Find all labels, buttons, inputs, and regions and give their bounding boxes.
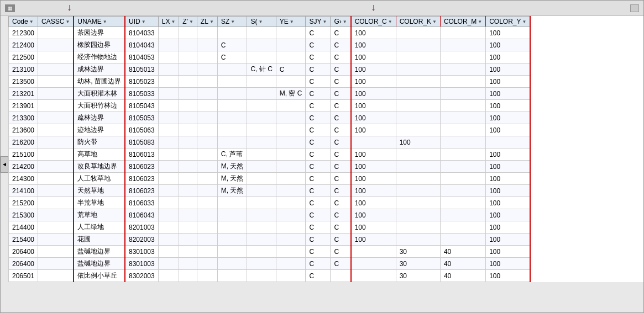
cell-color_k: 100 bbox=[396, 136, 440, 148]
table-row[interactable]: 212400橡胶园边界8104043CCC100100 bbox=[9, 39, 531, 51]
table-row[interactable]: 215300荒草地8106043CC100100 bbox=[9, 209, 531, 221]
table-row[interactable]: 206400盐碱地边界8301003CC3040100 bbox=[9, 258, 531, 270]
cell-z bbox=[179, 258, 197, 270]
sort-icon[interactable]: ▼ bbox=[343, 19, 347, 24]
table-row[interactable]: 215100高草地8106013C, 芦苇CC100100 bbox=[9, 148, 531, 161]
cell-uid: 8201003 bbox=[125, 221, 158, 234]
side-panel-toggle[interactable]: ◄ bbox=[1, 156, 8, 173]
sort-icon[interactable]: ▼ bbox=[65, 19, 70, 24]
col-header-z[interactable]: Z'▼ bbox=[179, 17, 197, 27]
col-header-color_m[interactable]: COLOR_M▼ bbox=[440, 17, 485, 27]
cell-uname: 幼林, 苗圃边界 bbox=[74, 76, 125, 88]
cell-color_m bbox=[440, 76, 485, 88]
cell-zl bbox=[197, 88, 217, 100]
cell-g: C bbox=[331, 100, 351, 112]
cell-uname: 人工绿地 bbox=[74, 221, 125, 234]
table-row[interactable]: 215200半荒草地8106033CC100100 bbox=[9, 197, 531, 209]
cell-color_y: 100 bbox=[486, 161, 531, 173]
cell-g: C bbox=[331, 27, 351, 39]
cell-g: C bbox=[331, 185, 351, 197]
col-header-cassc[interactable]: CASSC▼ bbox=[38, 17, 74, 27]
sort-icon[interactable]: ▼ bbox=[29, 19, 34, 24]
table-row[interactable]: 213201大面积灌木林8105033M, 密 CCC100100 bbox=[9, 88, 531, 100]
table-row[interactable]: 215400花圃8202003CC100100 bbox=[9, 234, 531, 246]
col-header-lx[interactable]: LX▼ bbox=[158, 17, 179, 27]
table-row[interactable]: 206400盐碱地边界8301003CC3040100 bbox=[9, 246, 531, 258]
cell-color_m bbox=[440, 148, 485, 161]
cell-sc: C, 针 C bbox=[247, 63, 276, 76]
sort-icon[interactable]: ▼ bbox=[432, 19, 437, 24]
table-row[interactable]: 212500经济作物地边8104053CCC100100 bbox=[9, 51, 531, 63]
sort-icon[interactable]: ▼ bbox=[189, 19, 193, 24]
table-row[interactable]: 214300人工牧草地8106023M, 天然CC100100 bbox=[9, 173, 531, 185]
col-header-ye[interactable]: YE▼ bbox=[276, 17, 306, 27]
cell-code: 213201 bbox=[9, 88, 38, 100]
col-header-color_k[interactable]: COLOR_K▼ bbox=[396, 17, 440, 27]
table-row[interactable]: 213300疏林边界8105053CC100100 bbox=[9, 112, 531, 124]
cell-z bbox=[179, 39, 197, 51]
sort-icon[interactable]: ▼ bbox=[478, 19, 482, 24]
cell-sz: C bbox=[217, 39, 247, 51]
cell-zl bbox=[197, 51, 217, 63]
col-header-sc[interactable]: S(▼ bbox=[247, 17, 276, 27]
sort-icon[interactable]: ▼ bbox=[171, 19, 175, 24]
cell-lx bbox=[158, 258, 179, 270]
table-row[interactable]: 206501依比例小草丘8302003C3040100 bbox=[9, 270, 531, 282]
cell-uid: 8106043 bbox=[125, 209, 158, 221]
cell-sz bbox=[217, 63, 247, 76]
cell-sc bbox=[247, 76, 276, 88]
cell-z bbox=[179, 246, 197, 258]
table-row[interactable]: 214400人工绿地8201003CC100100 bbox=[9, 221, 531, 234]
table-row[interactable]: 212300茶园边界8104033CC100100 bbox=[9, 27, 531, 39]
col-header-g[interactable]: G›▼ bbox=[331, 17, 351, 27]
cell-sz bbox=[217, 234, 247, 246]
cell-uname: 成林边界 bbox=[74, 63, 125, 76]
sort-icon[interactable]: ▼ bbox=[290, 19, 294, 24]
sort-icon[interactable]: ▼ bbox=[258, 19, 263, 24]
col-header-sjy[interactable]: SJY▼ bbox=[306, 17, 331, 27]
cell-cassc bbox=[38, 112, 74, 124]
col-header-uid[interactable]: UID▼ bbox=[125, 17, 158, 27]
col-header-zl[interactable]: ZL▼ bbox=[197, 17, 217, 27]
sort-icon[interactable]: ▼ bbox=[142, 19, 146, 24]
cell-color_c: 100 bbox=[351, 234, 396, 246]
cell-code: 214200 bbox=[9, 161, 38, 173]
col-header-code[interactable]: Code▼ bbox=[9, 17, 38, 27]
cell-ye bbox=[276, 161, 306, 173]
sort-icon[interactable]: ▼ bbox=[323, 19, 327, 24]
cell-color_y: 100 bbox=[486, 27, 531, 39]
sort-icon[interactable]: ▼ bbox=[522, 19, 527, 24]
sort-icon[interactable]: ▼ bbox=[388, 19, 392, 24]
table-row[interactable]: 213100成林边界8105013C, 针 CCCC100100 bbox=[9, 63, 531, 76]
col-header-sz[interactable]: SZ▼ bbox=[217, 17, 247, 27]
cell-color_c bbox=[351, 258, 396, 270]
cell-uname: 茶园边界 bbox=[74, 27, 125, 39]
minimize-button[interactable] bbox=[630, 4, 639, 12]
cell-color_m bbox=[440, 63, 485, 76]
cell-zl bbox=[197, 161, 217, 173]
cell-sjy: C bbox=[306, 258, 331, 270]
cell-sz: M, 天然 bbox=[217, 173, 247, 185]
cell-cassc bbox=[38, 234, 74, 246]
cell-sc bbox=[247, 197, 276, 209]
data-table-container[interactable]: Code▼CASSC▼UNAME▼UID▼LX▼Z'▼ZL▼SZ▼S(▼YE▼S… bbox=[8, 16, 643, 282]
col-header-uname[interactable]: UNAME▼ bbox=[74, 17, 125, 27]
cell-lx bbox=[158, 124, 179, 136]
sort-icon[interactable]: ▼ bbox=[210, 19, 214, 24]
sort-icon[interactable]: ▼ bbox=[103, 19, 107, 24]
col-header-color_y[interactable]: COLOR_Y▼ bbox=[486, 17, 531, 27]
cell-cassc bbox=[38, 221, 74, 234]
table-row[interactable]: 214200改良草地边界8106023M, 天然CC100100 bbox=[9, 161, 531, 173]
cell-color_y: 100 bbox=[486, 173, 531, 185]
table-row[interactable]: 214100天然草地8106023M, 天然CC100100 bbox=[9, 185, 531, 197]
cell-color_k bbox=[396, 197, 440, 209]
table-row[interactable]: 213901大面积竹林边8105043CC100100 bbox=[9, 100, 531, 112]
col-header-color_c[interactable]: COLOR_C▼ bbox=[351, 17, 396, 27]
cell-color_y: 100 bbox=[486, 39, 531, 51]
sort-icon[interactable]: ▼ bbox=[231, 19, 235, 24]
table-row[interactable]: 213600迹地边界8105063CC100100 bbox=[9, 124, 531, 136]
cell-color_c: 100 bbox=[351, 39, 396, 51]
cell-color_c bbox=[351, 270, 396, 282]
table-row[interactable]: 213500幼林, 苗圃边界8105023CC100100 bbox=[9, 76, 531, 88]
table-row[interactable]: 216200防火带8105083CC100 bbox=[9, 136, 531, 148]
